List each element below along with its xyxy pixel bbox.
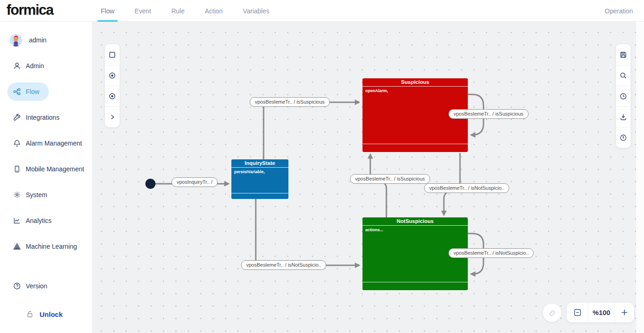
initial-state-icon[interactable] bbox=[105, 65, 120, 86]
state-footer bbox=[231, 193, 288, 199]
time-icon[interactable] bbox=[616, 127, 631, 148]
pyramid-icon bbox=[13, 242, 21, 251]
user-icon bbox=[13, 62, 21, 70]
avatar bbox=[10, 34, 22, 47]
sidebar-item-mobile-management[interactable]: Mobile Management bbox=[7, 160, 90, 178]
sidebar-item-system[interactable]: System bbox=[7, 186, 53, 204]
mobile-icon bbox=[13, 165, 21, 173]
tab-event[interactable]: Event bbox=[132, 0, 155, 22]
state-title: InquiryState bbox=[231, 159, 288, 168]
edge-label-inquiry-transition[interactable]: vposInquiryTr.. / bbox=[172, 177, 218, 187]
tab-flow[interactable]: Flow bbox=[98, 0, 118, 22]
initial-state-node[interactable] bbox=[145, 179, 155, 189]
sidebar-item-label: Mobile Management bbox=[26, 165, 84, 173]
state-title: Suspicious bbox=[362, 78, 468, 87]
workflow-icon bbox=[13, 88, 21, 96]
download-icon[interactable] bbox=[616, 106, 631, 127]
edge-label-up-suspicious[interactable]: vposBeslemeTr.. / isSuspicious bbox=[350, 174, 430, 184]
tab-action[interactable]: Action bbox=[201, 0, 226, 22]
unlock-icon bbox=[26, 310, 34, 318]
operation-link[interactable]: Operation bbox=[605, 0, 633, 22]
plus-icon bbox=[620, 308, 629, 317]
tab-rule[interactable]: Rule bbox=[168, 0, 188, 22]
question-circle-icon bbox=[13, 282, 21, 290]
zoom-out-button[interactable] bbox=[567, 303, 588, 322]
canvas-right-strip bbox=[636, 22, 644, 333]
sidebar-item-alarm-management[interactable]: Alarm Management bbox=[7, 134, 87, 152]
eraser-icon bbox=[547, 308, 557, 317]
sidebar-item-analytics[interactable]: Analytics bbox=[7, 211, 57, 230]
state-footer bbox=[362, 282, 468, 290]
zoom-controls: %100 bbox=[567, 303, 634, 322]
main-tabs: Flow Event Rule Action Variables bbox=[98, 0, 272, 22]
sidebar-item-label: Integrations bbox=[26, 114, 59, 121]
state-node-inquirystate[interactable]: InquiryState persistVariable, bbox=[231, 159, 288, 199]
sidebar-item-label: Machine Learning bbox=[26, 243, 77, 250]
save-icon[interactable] bbox=[616, 44, 631, 65]
minus-square-icon bbox=[573, 308, 582, 317]
edge-label-down-notsuspicious[interactable]: vposBeslemeTr.. / isNotSuspicio.. bbox=[424, 183, 509, 193]
zoom-level-label: %100 bbox=[588, 303, 615, 322]
wrench-icon bbox=[13, 113, 21, 122]
sidebar-item-integrations[interactable]: Integrations bbox=[7, 108, 65, 127]
top-bar: formica Flow Event Rule Action Variables… bbox=[0, 0, 644, 22]
sidebar-item-label: Admin bbox=[26, 62, 44, 70]
node-palette bbox=[105, 44, 120, 127]
chevron-right-icon[interactable] bbox=[105, 106, 120, 127]
canvas-actions-panel bbox=[616, 44, 631, 148]
eraser-button[interactable] bbox=[543, 304, 561, 322]
state-footer bbox=[362, 144, 468, 152]
state-body: persistVariable, bbox=[231, 168, 288, 193]
analytics-chart-icon bbox=[13, 216, 21, 225]
sidebar: admin Admin Flow Integrations bbox=[0, 22, 92, 333]
sidebar-item-label: Analytics bbox=[26, 217, 52, 224]
sidebar-item-label: Alarm Management bbox=[26, 140, 82, 147]
unlock-button[interactable]: Unlock bbox=[26, 307, 92, 321]
username-label: admin bbox=[29, 36, 46, 44]
edge-label-to-suspicious[interactable]: vposBeslemeTr.. / isSuspicious bbox=[250, 97, 330, 107]
flow-canvas[interactable]: InquiryState persistVariable, Suspicious… bbox=[92, 22, 644, 333]
edge-label-suspicious-selfloop[interactable]: vposBeslemeTr.. / isSuspicious bbox=[448, 109, 529, 119]
clock-icon[interactable] bbox=[616, 86, 631, 106]
state-square-icon[interactable] bbox=[105, 44, 120, 65]
edge-label-to-notsuspicious[interactable]: vposBeslemeTr.. / isNotSuspicio.. bbox=[241, 260, 326, 270]
gear-icon bbox=[13, 191, 21, 199]
sidebar-item-flow[interactable]: Flow bbox=[7, 82, 49, 101]
state-title: NotSuspicious bbox=[362, 217, 468, 226]
edge-label-notsuspicious-selfloop[interactable]: vposBeslemeTr.. / isNotSuspicio.. bbox=[448, 248, 534, 258]
sidebar-item-label: System bbox=[26, 191, 47, 199]
search-icon[interactable] bbox=[616, 65, 631, 86]
unlock-label: Unlock bbox=[40, 310, 63, 318]
sidebar-item-label: Version bbox=[26, 282, 47, 290]
zoom-in-button[interactable] bbox=[615, 303, 634, 322]
sidebar-item-admin[interactable]: Admin bbox=[7, 57, 50, 75]
final-state-icon[interactable] bbox=[105, 86, 120, 106]
app-logo[interactable]: formica bbox=[6, 2, 53, 18]
sidebar-item-machine-learning[interactable]: Machine Learning bbox=[7, 237, 82, 256]
user-profile[interactable]: admin bbox=[10, 31, 92, 49]
sidebar-item-label: Flow bbox=[26, 88, 40, 95]
sidebar-item-version[interactable]: Version bbox=[7, 277, 53, 295]
tab-variables[interactable]: Variables bbox=[240, 0, 272, 22]
bell-icon bbox=[13, 139, 21, 147]
